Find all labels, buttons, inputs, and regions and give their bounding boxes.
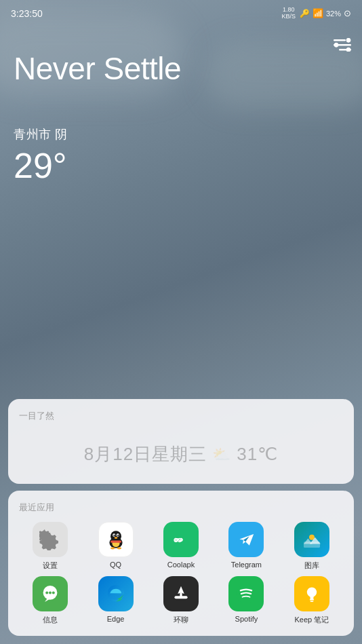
svg-point-13 — [117, 535, 119, 536]
keep-icon — [301, 583, 323, 605]
app-icon-telegram — [228, 522, 264, 557]
messages-icon — [39, 583, 61, 605]
tagline: Never Settle — [14, 52, 348, 86]
glance-temp: 31℃ — [237, 444, 278, 465]
signal-icon: 📶 — [313, 8, 323, 18]
app-icon-gallery — [294, 522, 329, 557]
app-label-messages: 信息 — [43, 615, 58, 625]
svg-point-16 — [117, 547, 121, 549]
svg-rect-32 — [180, 592, 182, 596]
app-item-huanjie[interactable]: 环聊 — [150, 576, 212, 625]
svg-rect-35 — [310, 599, 314, 601]
svg-text:∾: ∾ — [174, 534, 183, 546]
status-icons: 1.80 KB/S 🔑 📶 32% ⊙ — [281, 7, 351, 20]
recent-apps-title: 最近应用 — [19, 501, 343, 514]
svg-marker-30 — [45, 598, 52, 602]
app-item-edge[interactable]: Edge — [84, 576, 146, 625]
svg-rect-36 — [310, 601, 313, 602]
weather-info: 青州市 阴 29° — [14, 126, 348, 186]
app-icon-qq — [98, 522, 134, 557]
glance-title: 一目了然 — [19, 410, 343, 422]
svg-point-15 — [110, 547, 115, 549]
app-item-spotify[interactable]: Spotify — [215, 576, 277, 625]
glance-date: 8月12日星期三 ⛅ 31℃ — [19, 430, 343, 473]
qq-icon — [105, 529, 127, 550]
app-icon-edge — [98, 576, 134, 611]
app-label-qq: QQ — [110, 561, 121, 569]
svg-point-12 — [113, 535, 115, 536]
svg-rect-17 — [110, 541, 121, 543]
weather-temperature: 29° — [14, 145, 348, 186]
status-time: 3:23:50 — [11, 8, 43, 19]
battery-text: 32% — [326, 10, 341, 18]
app-item-settings[interactable]: 设置 — [19, 522, 81, 571]
app-icon-messages — [33, 576, 68, 611]
app-item-gallery[interactable]: 图库 — [281, 522, 343, 571]
app-label-huanjie: 环聊 — [174, 615, 188, 625]
app-label-keep: Keep 笔记 — [294, 615, 329, 625]
svg-point-4 — [334, 43, 338, 47]
app-item-coolapk[interactable]: ∞ ∾ Coolapk — [150, 522, 212, 571]
svg-point-28 — [49, 591, 52, 594]
svg-point-33 — [237, 584, 256, 604]
weather-location: 青州市 阴 — [14, 126, 348, 143]
svg-point-14 — [114, 537, 117, 539]
main-content: Never Settle 青州市 阴 29° — [0, 52, 362, 187]
gear-icon — [39, 529, 61, 550]
svg-point-29 — [52, 591, 55, 594]
recent-apps-widget: 最近应用 设置 — [8, 491, 354, 636]
status-bar: 3:23:50 1.80 KB/S 🔑 📶 32% ⊙ — [0, 0, 362, 24]
top-settings-button[interactable] — [334, 38, 351, 56]
glance-widget: 一目了然 8月12日星期三 ⛅ 31℃ — [8, 399, 354, 484]
app-label-telegram: Telegram — [231, 561, 262, 569]
app-item-messages[interactable]: 信息 — [19, 576, 81, 625]
app-icon-settings — [33, 522, 68, 557]
battery-icon: ⊙ — [344, 8, 351, 18]
telegram-icon — [235, 529, 257, 550]
apps-grid: 设置 — [19, 522, 343, 625]
edge-icon — [105, 583, 127, 605]
network-speed: 1.80 KB/S — [281, 7, 296, 20]
svg-point-5 — [346, 48, 350, 52]
app-icon-spotify — [228, 576, 264, 611]
app-label-spotify: Spotify — [235, 615, 258, 623]
svg-point-3 — [346, 38, 350, 42]
app-item-keep[interactable]: Keep 笔记 — [281, 576, 343, 625]
app-icon-coolapk: ∞ ∾ — [163, 522, 199, 557]
svg-rect-0 — [334, 39, 346, 41]
gallery-icon — [301, 529, 323, 550]
app-item-telegram[interactable]: Telegram — [215, 522, 277, 571]
svg-point-27 — [45, 591, 48, 594]
sliders-icon — [334, 38, 351, 52]
cloud-icon: ⛅ — [212, 446, 231, 463]
huanjie-icon — [170, 583, 192, 605]
coolapk-icon: ∞ ∾ — [170, 529, 192, 550]
app-icon-huanjie — [163, 576, 199, 611]
app-label-settings: 设置 — [43, 561, 58, 571]
app-label-coolapk: Coolapk — [167, 561, 195, 569]
widgets-container: 一目了然 8月12日星期三 ⛅ 31℃ 最近应用 设置 — [0, 399, 362, 644]
spotify-icon — [235, 583, 257, 605]
app-label-gallery: 图库 — [304, 561, 319, 571]
key-icon: 🔑 — [300, 9, 310, 18]
app-item-qq[interactable]: QQ — [84, 522, 146, 571]
app-label-edge: Edge — [107, 615, 125, 623]
svg-point-9 — [110, 531, 121, 542]
glance-date-text: 8月12日星期三 — [84, 442, 207, 466]
app-icon-keep — [294, 576, 329, 611]
